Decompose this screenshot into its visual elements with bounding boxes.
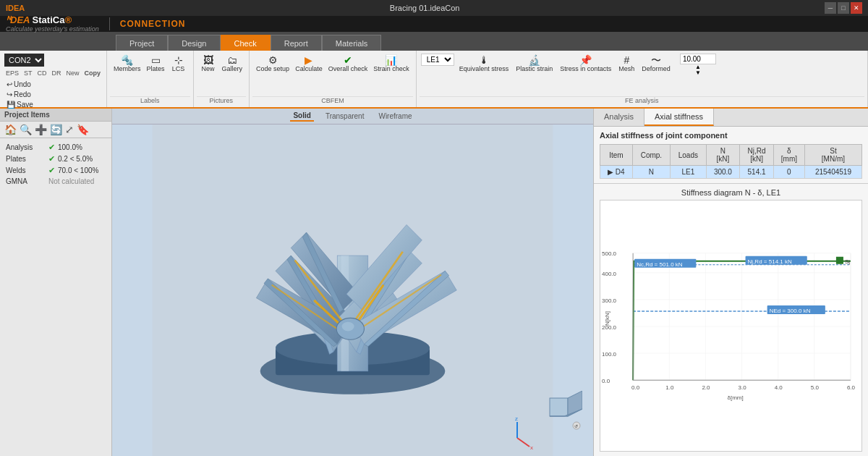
cell-item: ▶ D4: [600, 166, 633, 179]
tab-materials[interactable]: Materials: [322, 35, 382, 51]
window-controls: ─ □ ✕: [825, 2, 862, 14]
close-button[interactable]: ✕: [851, 2, 862, 14]
svg-text:x: x: [530, 444, 533, 451]
connection-selector[interactable]: CON2: [4, 54, 44, 67]
col-st: St[MN/m]: [804, 145, 861, 166]
ribbon: CON2 EPS ST CD DR New Copy ↩Undo ↪Redo 💾…: [0, 51, 868, 109]
eps-button[interactable]: EPS: [4, 69, 20, 77]
plastic-strain-button[interactable]: 🔬 Plastic strain: [514, 54, 555, 75]
load-case-selector[interactable]: LE1: [421, 54, 454, 66]
redo-button[interactable]: ↪Redo: [4, 90, 35, 99]
home-icon[interactable]: 🏠: [4, 124, 17, 135]
maximize-button[interactable]: □: [838, 2, 849, 14]
titlebar-left: IDEA: [6, 4, 25, 12]
deformed-button[interactable]: 〜 Deformed: [639, 54, 673, 75]
svg-rect-29: [550, 398, 568, 416]
project-toolbar: 🏠 🔍 ➕ 🔄 ⤢ 🔖: [0, 122, 111, 138]
gallery-button[interactable]: 🗂 Gallery: [220, 54, 245, 75]
plates-value: 0.2 < 5.0%: [58, 155, 93, 163]
undo-button[interactable]: ↩Undo: [4, 80, 35, 89]
code-setup-button[interactable]: ⚙ Code setup: [254, 54, 292, 75]
view-cube[interactable]: ↺: [542, 391, 579, 427]
main-area: Project Items 🏠 🔍 ➕ 🔄 ⤢ 🔖 Analysis ✔ 100…: [0, 109, 868, 456]
mesh-button[interactable]: # Mesh: [616, 54, 637, 75]
3d-scene: [112, 124, 593, 456]
bookmark-icon[interactable]: 🔖: [77, 124, 89, 135]
search-icon[interactable]: 🔍: [20, 124, 32, 135]
tab-check[interactable]: Check: [221, 35, 271, 51]
svg-text:400.0: 400.0: [602, 271, 617, 277]
copy-button[interactable]: Copy: [83, 69, 103, 77]
ribbon-group-labels: 🔩 Members ▭ Plates ⊹ LCS Labels: [107, 51, 194, 107]
viewport-toolbar: Solid Transparent Wireframe: [112, 109, 593, 124]
ribbon-group-fe: LE1 🌡 Equivalent stress 🔬 Plastic strain…: [417, 51, 868, 107]
pictures-group-label: Pictures: [197, 96, 247, 106]
transparent-view-button[interactable]: Transparent: [323, 111, 367, 121]
members-button[interactable]: 🔩 Members: [111, 54, 143, 75]
cell-njrd: 514.1: [740, 166, 774, 179]
main-tabs: Project Design Check Report Materials: [0, 32, 868, 51]
svg-text:5.0: 5.0: [811, 384, 820, 391]
viewport[interactable]: Solid Transparent Wireframe: [112, 109, 593, 456]
new-picture-button[interactable]: 🖼 New: [198, 54, 218, 75]
plates-button[interactable]: ▭ Plates: [145, 54, 167, 75]
lcs-button[interactable]: ⊹ LCS: [169, 54, 189, 75]
calculate-button[interactable]: ▶ Calculate: [293, 54, 325, 75]
new-proj-button[interactable]: New: [65, 69, 81, 77]
tab-report[interactable]: Report: [271, 35, 322, 51]
svg-text:1.0: 1.0: [665, 384, 674, 391]
overall-check-button[interactable]: ✔ Overall check: [326, 54, 370, 75]
labels-group-label: Labels: [110, 96, 190, 106]
svg-text:500.0: 500.0: [602, 250, 617, 257]
tab-design[interactable]: Design: [168, 35, 220, 51]
tab-axial-stiffness[interactable]: Axial stiffness: [644, 109, 714, 126]
axial-stiffness-title: Axial stiffness of joint component: [600, 131, 862, 140]
gmna-label: GMNA: [6, 177, 46, 185]
equivalent-stress-button[interactable]: 🌡 Equivalent stress: [457, 54, 511, 75]
cell-loads: LE1: [671, 166, 707, 179]
cell-delta: 0: [773, 166, 804, 179]
svg-line-34: [517, 438, 529, 447]
refresh-icon[interactable]: 🔄: [50, 124, 62, 135]
cell-n: 300.0: [706, 166, 740, 179]
cell-st: 215404519: [804, 166, 861, 179]
tab-analysis[interactable]: Analysis: [594, 109, 644, 126]
chart-container: Nc,Rd = 501.0 kN Nj,Rd = 514.1 kN NEd = …: [600, 200, 862, 452]
col-item: Item: [600, 145, 633, 166]
app-logo-small: IDEA: [6, 4, 25, 12]
solid-view-button[interactable]: Solid: [290, 111, 313, 122]
wireframe-view-button[interactable]: Wireframe: [375, 111, 414, 121]
axial-stiffness-section: Axial stiffness of joint component Item …: [594, 127, 868, 184]
svg-text:3.0: 3.0: [739, 384, 747, 391]
minimize-button[interactable]: ─: [825, 2, 836, 14]
table-row[interactable]: ▶ D4 N LE1 300.0 514.1 0 215404519: [600, 166, 862, 179]
cell-comp: N: [632, 166, 670, 179]
svg-text:Nj,Rd = 514.1 kN: Nj,Rd = 514.1 kN: [748, 258, 792, 265]
stress-contacts-button[interactable]: 📌 Stress in contacts: [558, 54, 613, 75]
svg-text:δ[mm]: δ[mm]: [727, 394, 743, 401]
add-icon[interactable]: ➕: [35, 124, 47, 135]
title-bar: IDEA Bracing 01.ideaCon ─ □ ✕: [0, 0, 868, 16]
tab-project[interactable]: Project: [116, 35, 168, 51]
axes-indicator: x z: [499, 416, 535, 452]
welds-value: 70.0 < 100%: [58, 166, 98, 174]
expand-icon[interactable]: ⤢: [65, 124, 74, 135]
cd-button[interactable]: CD: [36, 69, 48, 77]
status-items: Analysis ✔ 100.0% Plates ✔ 0.2 < 5.0% We…: [0, 138, 111, 192]
svg-text:300.0: 300.0: [602, 297, 617, 304]
col-n: N[kN]: [706, 145, 740, 166]
strain-check-button[interactable]: 📊 Strain check: [371, 54, 412, 75]
brand-logo: ᴺDEA StatiCa®: [6, 14, 99, 26]
app-bar: ᴺDEA StatiCa® Calculate yesterday's esti…: [0, 16, 868, 32]
stiffness-table: Item Comp. Loads N[kN] Nj,Rd[kN] δ[mm] S…: [600, 144, 862, 179]
gmna-status-row: GMNA Not calculated: [6, 177, 106, 185]
stiffness-chart: Nc,Rd = 501.0 kN Nj,Rd = 514.1 kN NEd = …: [600, 200, 861, 451]
dr-button[interactable]: DR: [51, 69, 63, 77]
fe-group-label: FE analysis: [420, 96, 864, 106]
welds-check-icon: ✔: [48, 166, 55, 175]
svg-text:Nc,Rd = 501.0 kN: Nc,Rd = 501.0 kN: [637, 261, 683, 268]
ribbon-group-project: CON2 EPS ST CD DR New Copy ↩Undo ↪Redo 💾…: [0, 51, 107, 107]
st-button[interactable]: ST: [22, 69, 34, 77]
fe-value-input[interactable]: [680, 54, 716, 64]
right-panel: Analysis Axial stiffness Axial stiffness…: [593, 109, 868, 456]
